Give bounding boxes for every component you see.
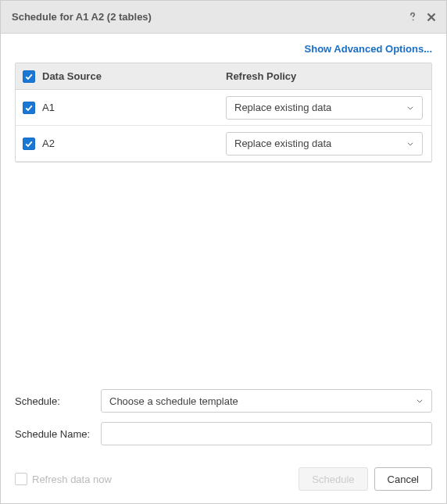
grid-spacer [15,163,432,389]
table-row: A2 Replace existing data [16,126,431,162]
grid-header-row: Data Source Refresh Policy [16,63,431,90]
refresh-now-label: Refresh data now [32,474,112,485]
chevron-down-icon [416,397,424,405]
schedule-button-label: Schedule [312,474,354,485]
table-row: A1 Replace existing data [16,90,431,126]
dialog-header: Schedule for A1 A2 (2 tables) [1,1,446,34]
data-source-grid: Data Source Refresh Policy A1 Repla [15,63,432,163]
refresh-policy-value: Replace existing data [234,138,331,149]
data-source-header: Data Source [42,70,226,82]
refresh-policy-select[interactable]: Replace existing data [226,96,423,120]
chevron-down-icon [406,140,414,148]
dialog-title: Schedule for A1 A2 (2 tables) [12,11,401,23]
svg-point-0 [413,19,414,20]
help-icon[interactable] [406,10,420,24]
schedule-name-label: Schedule Name: [15,428,101,440]
schedule-dialog: Schedule for A1 A2 (2 tables) Show Advan… [0,0,447,504]
cancel-button[interactable]: Cancel [374,467,432,491]
schedule-template-select[interactable]: Choose a schedule template [101,389,432,413]
advanced-options-label: Show Advanced Options... [305,43,432,55]
schedule-row: Schedule: Choose a schedule template [15,389,432,413]
select-all-cell [16,70,42,83]
data-source-header-label: Data Source [42,70,102,82]
row-checkbox[interactable] [23,102,35,114]
schedule-template-value: Choose a schedule template [109,395,238,407]
data-source-name: A2 [42,138,55,149]
data-source-name: A1 [42,102,55,113]
refresh-data-now-option: Refresh data now [15,473,112,485]
advanced-options-row: Show Advanced Options... [15,43,432,55]
select-all-checkbox[interactable] [23,70,35,83]
dialog-body: Show Advanced Options... Data Source Ref… [1,34,446,461]
schedule-name-input[interactable] [101,422,432,445]
schedule-name-row: Schedule Name: [15,422,432,445]
refresh-policy-header-label: Refresh Policy [226,70,296,82]
refresh-policy-value: Replace existing data [234,102,331,113]
show-advanced-options-link[interactable]: Show Advanced Options... [305,43,432,55]
schedule-label: Schedule: [15,395,101,407]
close-icon[interactable] [424,10,438,24]
refresh-policy-header: Refresh Policy [226,70,431,82]
schedule-button: Schedule [299,467,367,491]
refresh-now-checkbox [15,473,27,485]
dialog-footer: Refresh data now Schedule Cancel [1,461,446,503]
chevron-down-icon [406,104,414,112]
refresh-policy-select[interactable]: Replace existing data [226,132,423,155]
cancel-button-label: Cancel [388,474,419,485]
form-area: Schedule: Choose a schedule template Sch… [15,389,432,461]
row-checkbox[interactable] [23,138,35,150]
